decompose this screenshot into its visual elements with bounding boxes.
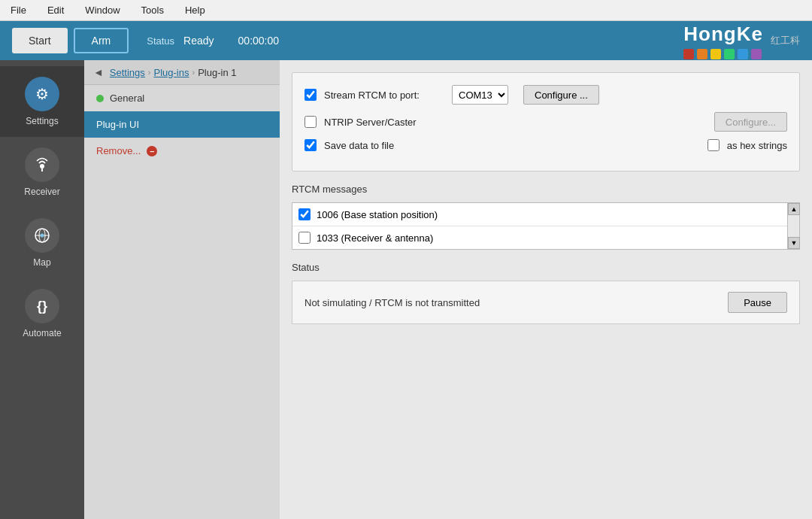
rtcm-scrollbar: ▲ ▼ bbox=[788, 202, 800, 250]
green-status-dot bbox=[96, 95, 104, 102]
sidebar-item-map[interactable]: Map bbox=[0, 208, 84, 278]
menu-window[interactable]: Window bbox=[80, 3, 124, 17]
com-port-select[interactable]: COM13 COM1 COM2 COM3 bbox=[452, 85, 508, 105]
ntrip-checkbox[interactable] bbox=[304, 116, 317, 128]
pause-button[interactable]: Pause bbox=[728, 292, 787, 313]
main-layout: ⚙ Settings Receiver bbox=[0, 60, 812, 519]
nav-label-plugin-ui: Plug-in UI bbox=[96, 119, 139, 130]
settings-icon: ⚙ bbox=[25, 77, 59, 111]
toolbar: Start Arm Status Ready 00:00:00 HongKe 红… bbox=[0, 21, 812, 60]
rtcm-list-wrapper: 1006 (Base station position) 1033 (Recei… bbox=[292, 202, 800, 250]
svg-point-5 bbox=[41, 234, 44, 238]
arm-button[interactable]: Arm bbox=[74, 28, 129, 53]
menu-edit[interactable]: Edit bbox=[43, 3, 68, 17]
ntrip-row: NTRIP Server/Caster Configure... bbox=[304, 112, 787, 132]
sidebar-item-settings[interactable]: ⚙ Settings bbox=[0, 66, 84, 137]
nav-label-general: General bbox=[110, 93, 144, 104]
save-data-label: Save data to file bbox=[324, 140, 444, 151]
nav-item-general[interactable]: General bbox=[84, 85, 280, 111]
list-item[interactable]: 1033 (Receiver & antenna) bbox=[292, 226, 787, 249]
brand-dot-4 bbox=[724, 49, 735, 59]
sidebar-label-settings: Settings bbox=[26, 116, 58, 126]
status-label: Status bbox=[147, 35, 174, 47]
brand-dot-6 bbox=[751, 49, 762, 59]
nav-item-plugin-ui[interactable]: Plug-in UI bbox=[84, 111, 280, 138]
breadcrumb-sep-1: › bbox=[148, 68, 151, 77]
status-message: Not simulating / RTCM is not transmitted bbox=[304, 297, 480, 308]
icon-sidebar: ⚙ Settings Receiver bbox=[0, 60, 84, 519]
rtcm-item-2-label: 1033 (Receiver & antenna) bbox=[317, 232, 433, 244]
automate-icon: {} bbox=[25, 289, 59, 323]
rtcm-item-1-label: 1006 (Base station position) bbox=[317, 209, 438, 220]
map-icon bbox=[25, 218, 59, 253]
timer-display: 00:00:00 bbox=[238, 35, 280, 47]
save-data-checkbox[interactable] bbox=[304, 139, 317, 151]
brand-dot-5 bbox=[738, 49, 748, 59]
scroll-track bbox=[788, 215, 799, 237]
stream-rtcm-checkbox[interactable] bbox=[304, 89, 317, 101]
svg-point-0 bbox=[40, 164, 44, 168]
brand-dots bbox=[683, 49, 763, 59]
breadcrumb-plugins[interactable]: Plug-ins bbox=[154, 67, 189, 78]
menubar: File Edit Window Tools Help bbox=[0, 0, 812, 21]
receiver-icon bbox=[25, 147, 59, 182]
sidebar-item-automate[interactable]: {} Automate bbox=[0, 278, 84, 349]
brand-subtitle: 红工科 bbox=[771, 34, 800, 47]
menu-file[interactable]: File bbox=[6, 3, 31, 17]
options-card: Stream RTCM to port: COM13 COM1 COM2 COM… bbox=[292, 72, 800, 171]
sidebar-label-map: Map bbox=[33, 257, 50, 268]
brand: HongKe 红工科 bbox=[683, 23, 800, 59]
status-box: Not simulating / RTCM is not transmitted… bbox=[292, 281, 800, 324]
nav-label-remove: Remove... bbox=[96, 145, 141, 156]
stream-rtcm-label: Stream RTCM to port: bbox=[324, 90, 444, 101]
breadcrumb-settings[interactable]: Settings bbox=[110, 67, 145, 78]
ntrip-label: NTRIP Server/Caster bbox=[324, 117, 444, 128]
status-section: Status Not simulating / RTCM is not tran… bbox=[292, 262, 800, 324]
menu-help[interactable]: Help bbox=[180, 3, 210, 17]
menu-tools[interactable]: Tools bbox=[137, 3, 168, 17]
start-button[interactable]: Start bbox=[12, 28, 68, 53]
rtcm-item-2-checkbox[interactable] bbox=[298, 232, 311, 244]
rtcm-list: 1006 (Base station position) 1033 (Recei… bbox=[292, 203, 787, 249]
status-value: Ready bbox=[183, 35, 214, 47]
breadcrumb-sep-2: › bbox=[192, 68, 195, 77]
brand-dot-3 bbox=[710, 49, 721, 59]
rtcm-messages-section: RTCM messages 1006 (Base station positio… bbox=[292, 184, 800, 250]
sidebar-label-receiver: Receiver bbox=[24, 187, 59, 197]
brand-text: HongKe bbox=[683, 23, 763, 46]
sidebar-label-automate: Automate bbox=[23, 328, 61, 338]
scroll-down-button[interactable]: ▼ bbox=[788, 237, 800, 249]
sidebar-item-receiver[interactable]: Receiver bbox=[0, 137, 84, 208]
stream-rtcm-row: Stream RTCM to port: COM13 COM1 COM2 COM… bbox=[304, 85, 787, 105]
nav-panel: ◄ Settings › Plug-ins › Plug-in 1 Genera… bbox=[84, 60, 280, 519]
list-item[interactable]: 1006 (Base station position) bbox=[292, 203, 787, 226]
breadcrumb-current: Plug-in 1 bbox=[198, 67, 236, 78]
save-data-row: Save data to file as hex strings bbox=[304, 139, 787, 151]
content-area: Stream RTCM to port: COM13 COM1 COM2 COM… bbox=[280, 60, 812, 519]
rtcm-list-inner: 1006 (Base station position) 1033 (Recei… bbox=[292, 202, 788, 250]
remove-icon: – bbox=[147, 146, 157, 156]
hex-strings-checkbox[interactable] bbox=[707, 139, 720, 151]
rtcm-list-container: 1006 (Base station position) 1033 (Recei… bbox=[292, 202, 788, 250]
scroll-up-button[interactable]: ▲ bbox=[788, 203, 800, 215]
breadcrumb: ◄ Settings › Plug-ins › Plug-in 1 bbox=[84, 60, 280, 85]
status-section-title: Status bbox=[292, 262, 800, 273]
configure-disabled-button[interactable]: Configure... bbox=[714, 112, 787, 132]
rtcm-item-1-checkbox[interactable] bbox=[298, 208, 311, 220]
nav-item-remove[interactable]: Remove... – bbox=[84, 138, 280, 164]
brand-dot-1 bbox=[683, 49, 694, 59]
configure-button[interactable]: Configure ... bbox=[523, 85, 599, 105]
hex-strings-label: as hex strings bbox=[727, 140, 787, 151]
rtcm-section-title: RTCM messages bbox=[292, 184, 800, 195]
breadcrumb-back-arrow[interactable]: ◄ bbox=[93, 66, 104, 78]
brand-dot-2 bbox=[697, 49, 707, 59]
